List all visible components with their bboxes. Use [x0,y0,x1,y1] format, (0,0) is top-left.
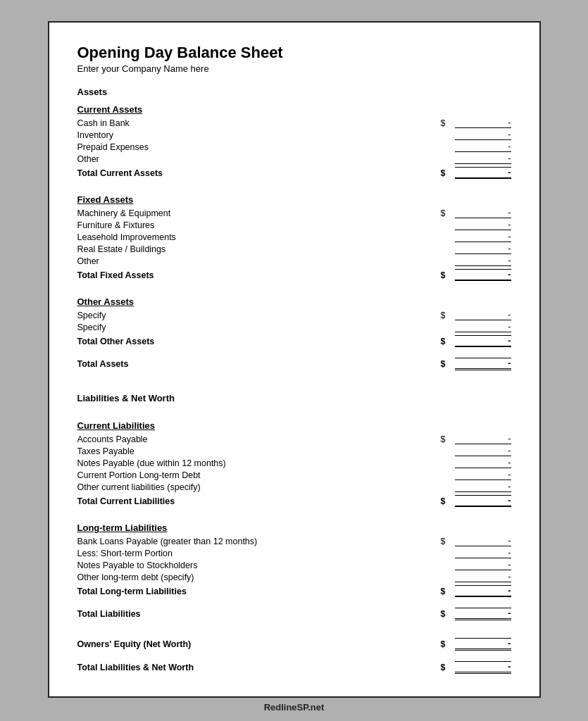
total-assets: Total Assets $ - [77,356,511,372]
list-item: Specify $ - [77,309,511,321]
list-item: Furniture & Fixtures - [77,219,511,231]
list-item: Leasehold Improvements - [77,231,511,243]
watermark: RedlineSP.net [0,702,588,713]
list-item: Prepaid Expenses - [77,141,511,153]
list-item: Machinery & Equipment $ - [77,207,511,219]
total-fixed-assets: Total Fixed Assets $ - [77,268,511,282]
list-item: Less: Short-term Portion - [77,547,511,559]
list-item: Notes Payable to Stockholders - [77,559,511,571]
list-item: Other long-term debt (specify) - [77,571,511,583]
list-item: Specify - [77,321,511,333]
owners-equity: Owners' Equity (Net Worth) $ - [77,637,511,652]
doc-subtitle: Enter your Company Name here [77,63,511,74]
list-item: Cash in Bank $ - [77,117,511,129]
list-item: Other - [77,255,511,267]
balance-sheet-page: Opening Day Balance Sheet Enter your Com… [48,21,541,698]
list-item: Inventory - [77,129,511,141]
current-assets-header: Current Assets [77,104,511,115]
list-item: Notes Payable (due within 12 months) - [77,457,511,469]
total-liabilities: Total Liabilities $ - [77,606,511,622]
total-other-assets: Total Other Assets $ - [77,334,511,349]
total-liabilities-net-worth: Total Liabilities & Net Worth $ - [77,660,511,675]
list-item: Real Estate / Buildings - [77,243,511,255]
total-current-liabilities: Total Current Liabilities $ - [77,494,511,508]
current-liabilities-header: Current Liabilities [77,420,511,431]
assets-header: Assets [77,87,511,97]
total-longterm-liabilities: Total Long-term Liabilities $ - [77,584,511,598]
longterm-liabilities-header: Long-term Liabilities [77,522,511,533]
list-item: Taxes Payable - [77,445,511,457]
total-current-assets: Total Current Assets $ - [77,165,511,180]
other-assets-header: Other Assets [77,296,511,307]
list-item: Other - [77,153,511,165]
liabilities-header: Liabilities & Net Worth [77,393,511,403]
list-item: Current Portion Long-term Debt - [77,469,511,481]
list-item: Accounts Payable $ - [77,433,511,445]
list-item: Other current liabilities (specify) - [77,481,511,493]
fixed-assets-header: Fixed Assets [77,194,511,205]
doc-title: Opening Day Balance Sheet [77,44,511,62]
list-item: Bank Loans Payable (greater than 12 mont… [77,535,511,547]
